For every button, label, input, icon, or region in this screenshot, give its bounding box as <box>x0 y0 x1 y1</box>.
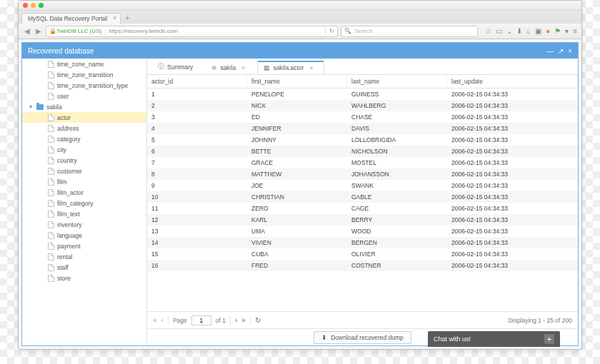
search-placeholder: Search <box>354 28 372 34</box>
addon2-icon[interactable]: ⚑ <box>554 27 561 35</box>
tree-table-item[interactable]: rental <box>22 251 146 262</box>
table-row[interactable]: 15CUBAOLIVIER2006-02-15 04:34:33 <box>147 248 578 260</box>
tree-table-item[interactable]: film_category <box>22 198 146 208</box>
addon1-icon[interactable]: ● <box>546 27 550 35</box>
address-bar[interactable]: 🔒 TwinDB LLC (US) | https://recovery.twi… <box>46 26 338 37</box>
close-window-button[interactable] <box>23 3 28 8</box>
tree-table-item[interactable]: city <box>22 144 146 155</box>
table-row[interactable]: 1PENELOPEGUINESS2006-02-15 04:34:33 <box>147 89 578 100</box>
tree-item[interactable]: time_zone_name <box>22 59 146 69</box>
tree-table-item[interactable]: film <box>22 176 146 187</box>
file-icon <box>48 61 54 68</box>
collapse-icon[interactable]: ▾ <box>28 103 34 110</box>
tab-summary[interactable]: ⓘ Summary <box>151 59 204 74</box>
home-icon[interactable]: ⌂ <box>526 27 531 35</box>
tree-table-item[interactable]: country <box>22 155 146 166</box>
lock-icon: 🔒 <box>49 28 56 34</box>
reader-icon[interactable]: ▭ <box>496 27 502 35</box>
file-icon <box>48 157 54 164</box>
file-icon <box>48 264 54 271</box>
panel-minimize-icon[interactable]: — <box>546 47 554 55</box>
search-icon: 🔍 <box>344 28 351 34</box>
tree-table-item[interactable]: actor <box>22 112 146 123</box>
file-icon <box>48 146 54 153</box>
display-range: Displaying 1 - 25 of 200 <box>509 317 572 324</box>
file-icon <box>48 93 54 100</box>
tree-table-item[interactable]: customer <box>22 166 146 176</box>
file-icon <box>48 168 54 175</box>
table-row[interactable]: 5JOHNNYLOLLOBRIGIDA2006-02-15 04:34:33 <box>147 134 578 146</box>
table-row[interactable]: 11ZEROCAGE2006-02-15 04:34:33 <box>147 203 578 214</box>
tree-item[interactable]: user <box>22 91 146 101</box>
table-row[interactable]: 7GRACEMOSTEL2006-02-15 04:34:33 <box>147 157 578 168</box>
col-actor-id[interactable]: actor_id <box>147 75 247 88</box>
tree-table-item[interactable]: store <box>22 273 146 283</box>
first-page-button[interactable]: « <box>153 316 157 324</box>
table-row[interactable]: 4JENNIFERDAVIS2006-02-15 04:34:33 <box>147 123 578 134</box>
page-label: Page <box>173 317 187 324</box>
panel-title: Recovered database <box>28 47 94 55</box>
download-icon[interactable]: ⬇ <box>516 27 522 35</box>
table-row[interactable]: 6BETTENICHOLSON2006-02-15 04:34:33 <box>147 146 578 157</box>
table-row[interactable]: 3EDCHASE2006-02-15 04:34:33 <box>147 111 578 123</box>
page-of-label: of 1 <box>216 317 226 324</box>
col-first-name[interactable]: first_name <box>247 75 347 88</box>
tree-db-item[interactable]: ▾sakila <box>22 101 146 112</box>
chat-widget[interactable]: Chat with us! + <box>428 331 560 347</box>
search-bar[interactable]: 🔍 Search <box>341 26 478 37</box>
next-page-button[interactable]: › <box>235 316 237 324</box>
tree-table-item[interactable]: address <box>22 123 146 133</box>
tree-table-item[interactable]: category <box>22 133 146 144</box>
file-icon <box>48 275 54 282</box>
bookmark-star-icon[interactable]: ☆ <box>485 27 491 35</box>
browser-tab[interactable]: MySQL Data Recovery Portal <box>21 13 121 24</box>
table-row[interactable]: 16FREDCOSTNER2006-02-15 04:34:33 <box>147 260 578 271</box>
table-row[interactable]: 9JOESWANK2006-02-15 04:34:33 <box>147 180 578 191</box>
col-last-name[interactable]: last_name <box>347 75 447 88</box>
tree-table-item[interactable]: film_text <box>22 208 146 219</box>
tree-table-item[interactable]: inventory <box>22 219 146 230</box>
table-row[interactable]: 12KARLBERRY2006-02-15 04:34:33 <box>147 214 578 226</box>
pager: « ‹ Page of 1 › » ↻ Displaying 1 - 25 of… <box>147 311 578 328</box>
table-row[interactable]: 10CHRISTIANGABLE2006-02-15 04:34:33 <box>147 191 578 203</box>
chat-label: Chat with us! <box>434 335 471 343</box>
col-last-update[interactable]: last_update <box>447 75 578 88</box>
page-input[interactable] <box>191 315 211 325</box>
database-icon: ≋ <box>211 64 217 71</box>
table-row[interactable]: 2NICKWAHLBERG2006-02-15 04:34:33 <box>147 100 578 111</box>
table-row[interactable]: 8MATTHEWJOHANSSON2006-02-15 04:34:33 <box>147 168 578 180</box>
file-icon <box>48 125 54 132</box>
site-identity: TwinDB LLC (US) <box>56 28 101 34</box>
tree-table-item[interactable]: film_actor <box>22 187 146 198</box>
panel-close-icon[interactable]: × <box>568 47 572 55</box>
pocket-icon[interactable]: ⌄ <box>506 27 512 35</box>
tab-table-active[interactable]: ▦ sakila.actor <box>257 61 324 74</box>
addon3-icon[interactable]: ▾ <box>565 27 569 35</box>
chat-expand-icon[interactable]: + <box>544 334 554 344</box>
reload-icon[interactable]: ↻ <box>325 28 334 34</box>
last-page-button[interactable]: » <box>241 316 246 324</box>
new-tab-button[interactable]: + <box>124 14 131 22</box>
tree-item[interactable]: time_zone_transition_type <box>22 80 146 91</box>
prev-page-button[interactable]: ‹ <box>161 316 164 324</box>
download-dump-button[interactable]: ⬇ Download recovered dump <box>314 331 411 344</box>
zoom-window-button[interactable] <box>39 3 44 8</box>
forward-button[interactable]: ▶ <box>34 27 43 35</box>
file-icon <box>48 200 54 207</box>
feed-icon[interactable]: ▣ <box>535 27 541 35</box>
tree-item[interactable]: time_zone_transition <box>22 69 146 80</box>
refresh-button[interactable]: ↻ <box>255 316 261 324</box>
table-row[interactable]: 13UMAWOOD2006-02-15 04:34:33 <box>147 226 578 237</box>
grid-body: 1PENELOPEGUINESS2006-02-15 04:34:332NICK… <box>147 89 578 311</box>
panel-expand-icon[interactable]: ↗ <box>558 47 564 55</box>
browser-tabstrip: MySQL Data Recovery Portal + <box>19 11 581 24</box>
toolbar-icons: ☆ ▭ ⌄ ⬇ ⌂ ▣ ● ⚑ ▾ ≡ <box>481 27 577 35</box>
table-row[interactable]: 14VIVIENBERGEN2006-02-15 04:34:33 <box>147 237 578 248</box>
tree-table-item[interactable]: payment <box>22 241 146 251</box>
minimize-window-button[interactable] <box>31 3 36 8</box>
tree-table-item[interactable]: staff <box>22 262 146 273</box>
back-button[interactable]: ◀ <box>23 27 31 35</box>
tab-database[interactable]: ≋ sakila <box>205 61 256 74</box>
menu-icon[interactable]: ≡ <box>573 27 577 35</box>
tree-table-item[interactable]: language <box>22 230 146 241</box>
